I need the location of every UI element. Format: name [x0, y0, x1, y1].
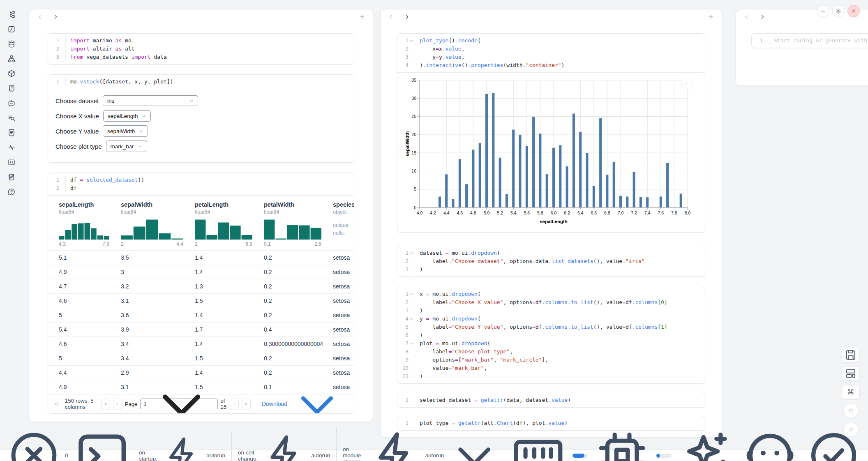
terminal-button[interactable]: [72, 425, 132, 461]
code-line[interactable]: 9 options=["mark_bar", "mark_circle"],: [397, 356, 705, 364]
code-line[interactable]: 2 label="Choose dataset", options=data.l…: [397, 257, 705, 265]
table-row[interactable]: 5.43.91.70.4setosa: [48, 322, 354, 337]
code-line[interactable]: 3): [397, 265, 705, 274]
sidebar-item-chat[interactable]: [7, 99, 16, 107]
sidebar-item-snippets[interactable]: [7, 158, 16, 166]
sidebar-item-variables[interactable]: [7, 25, 16, 33]
code-editor[interactable]: 1mo.vstack([dataset, x, y, plot]): [48, 75, 354, 89]
code-line[interactable]: 4y = mo.ui.dropdown(: [397, 315, 705, 323]
bolt-icon: [160, 433, 204, 461]
code-editor[interactable]: 1 Start coding or generate with: [752, 34, 868, 48]
save-button[interactable]: [842, 348, 860, 362]
connection-status-button[interactable]: [804, 426, 863, 461]
on-startup-segment[interactable]: on startup: autorun: [133, 433, 231, 461]
table-row[interactable]: 53.41.50.2setosa: [48, 351, 354, 365]
table-row[interactable]: 4.931.40.2setosa: [48, 265, 354, 279]
fold-chevron-icon[interactable]: [409, 290, 415, 298]
column-forward-button[interactable]: [758, 13, 766, 21]
code-line[interactable]: 2 x=x.value,: [397, 45, 705, 53]
code-line[interactable]: 3 y=y.value,: [397, 53, 705, 61]
code-editor[interactable]: 1selected_dataset = getattr(data, datase…: [397, 393, 705, 407]
sidebar-item-outline[interactable]: [7, 114, 16, 122]
column-forward-button[interactable]: [51, 13, 60, 21]
sidebar-item-logs[interactable]: [7, 84, 16, 92]
on-cell-change-segment[interactable]: on cell change: autorun: [231, 431, 336, 461]
download-button[interactable]: Download: [259, 376, 347, 414]
plot-type-select[interactable]: mark_bar: [106, 141, 147, 152]
code-line[interactable]: 4).interactive().properties(width="conta…: [397, 61, 705, 69]
code-line[interactable]: 2 label="Choose X value", options=df.col…: [397, 298, 705, 307]
x-value-select[interactable]: sepalLength: [103, 110, 151, 122]
fold-chevron-icon[interactable]: [409, 249, 415, 257]
code-line[interactable]: 1import marimo as mo: [48, 37, 354, 45]
code-line[interactable]: 3): [397, 307, 705, 315]
keyboard-shortcuts-button[interactable]: ⌘: [842, 385, 860, 399]
table-row[interactable]: 4.63.41.40.30000000000000004setosa: [48, 337, 354, 351]
settings-button[interactable]: [832, 5, 845, 17]
fold-chevron-icon[interactable]: [409, 37, 415, 45]
code-line[interactable]: 8 label="Choose plot type",: [397, 348, 705, 356]
copilot-button[interactable]: [741, 426, 799, 461]
last-page-button[interactable]: [242, 399, 251, 409]
table-row[interactable]: 4.73.21.30.2setosa: [48, 279, 354, 293]
code-line[interactable]: 1df = selected_dataset(): [48, 176, 354, 184]
add-cell-button[interactable]: [707, 13, 715, 21]
code-line[interactable]: 5 label="Choose Y value", options=df.col…: [397, 323, 705, 331]
code-editor[interactable]: 1x = mo.ui.dropdown(2 label="Choose X va…: [397, 287, 705, 383]
code-line[interactable]: 1selected_dataset = getattr(data, datase…: [397, 396, 705, 404]
table-row[interactable]: 53.61.40.2setosa: [48, 308, 354, 322]
y-value-select[interactable]: sepalWidth: [103, 125, 148, 137]
column-back-button[interactable]: [743, 13, 751, 21]
table-row[interactable]: 4.63.11.50.2setosa: [48, 293, 354, 308]
stop-kernel-button[interactable]: [843, 403, 859, 418]
code-line[interactable]: 11): [397, 372, 705, 380]
code-line[interactable]: 1x = mo.ui.dropdown(: [397, 290, 705, 298]
code-editor[interactable]: 1import marimo as mo2import altair as al…: [48, 34, 354, 64]
code-line[interactable]: 1mo.vstack([dataset, x, y, plot]): [48, 78, 354, 86]
notebook-menu-button[interactable]: [817, 5, 829, 17]
fold-chevron-icon[interactable]: [409, 339, 415, 348]
code-line[interactable]: 10 value="mark_bar",: [397, 364, 705, 372]
column-back-button[interactable]: [387, 13, 395, 21]
next-page-button[interactable]: [230, 399, 239, 409]
layout-toggle-button[interactable]: [842, 366, 860, 381]
code-line[interactable]: 1plot_type().encode(: [397, 37, 705, 45]
sidebar-item-tracing[interactable]: [7, 143, 16, 152]
code-line[interactable]: 3from vega_datasets import data: [48, 53, 354, 61]
code-line[interactable]: 2df: [48, 184, 354, 192]
fold-chevron-icon[interactable]: [409, 315, 415, 323]
empty-code-cell[interactable]: 1 Start coding or generate with: [751, 33, 868, 48]
code-editor[interactable]: 1dataset = mo.ui.dropdown(2 label="Choos…: [397, 246, 705, 277]
code-line[interactable]: 1dataset = mo.ui.dropdown(: [397, 249, 705, 257]
first-page-button[interactable]: [101, 399, 110, 409]
prev-page-button[interactable]: [113, 399, 122, 409]
sidebar-item-file-explorer[interactable]: [7, 10, 16, 18]
sidebar-item-documentation[interactable]: [7, 129, 16, 137]
code-editor[interactable]: 1df = selected_dataset()2df: [48, 173, 354, 195]
column-forward-button[interactable]: [403, 13, 411, 21]
code-editor[interactable]: 1plot_type().encode(2 x=x.value,3 y=y.va…: [397, 34, 705, 72]
code-line[interactable]: 7plot = mo.ui.dropdown(: [397, 339, 705, 348]
errors-button[interactable]: 0: [5, 426, 68, 461]
altair-bar-chart[interactable]: 4.04.24.44.64.85.05.25.45.65.86.06.26.46…: [404, 76, 694, 229]
shutdown-button[interactable]: [847, 5, 860, 17]
chart-actions-button[interactable]: [681, 78, 693, 89]
code-line[interactable]: 2import altair as alt: [48, 45, 354, 53]
code-line[interactable]: 6): [397, 331, 705, 339]
sidebar-item-datasources[interactable]: [7, 40, 16, 48]
page-select[interactable]: 1: [140, 399, 217, 409]
sidebar-item-help[interactable]: [7, 188, 16, 196]
chevron-down-icon: [446, 427, 502, 461]
add-cell-button[interactable]: [358, 13, 366, 21]
sidebar-item-dependency-graph[interactable]: [7, 55, 16, 63]
on-module-change-segment[interactable]: on module change: autorun: [336, 427, 509, 461]
sidebar-item-scratchpad[interactable]: [7, 173, 16, 181]
dataset-select[interactable]: iris: [103, 95, 198, 106]
code-line[interactable]: 1 Start coding or generate with: [752, 37, 868, 45]
generate-link[interactable]: generate: [825, 37, 851, 44]
column-back-button[interactable]: [36, 13, 44, 21]
table-row[interactable]: 5.13.51.40.2setosa: [48, 250, 354, 265]
sidebar-item-packages[interactable]: [7, 69, 16, 78]
table-search-button[interactable]: [55, 401, 59, 408]
ai-assistant-button[interactable]: [676, 426, 735, 461]
